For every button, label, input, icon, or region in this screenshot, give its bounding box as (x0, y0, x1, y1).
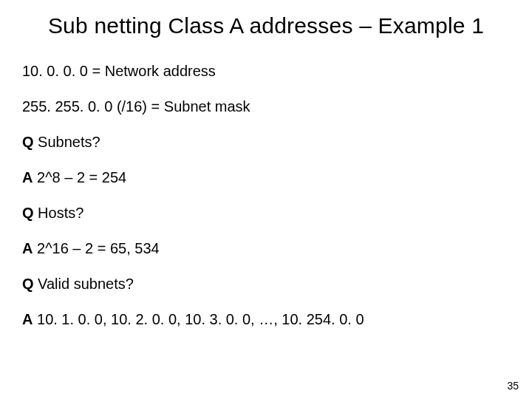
line-a-hosts: A 2^16 – 2 = 65, 534 (22, 239, 510, 257)
line-q-subnets: Q Subnets? (22, 133, 510, 151)
text: 255. 255. 0. 0 (/16) = Subnet mask (22, 98, 250, 115)
text: Hosts? (34, 205, 84, 221)
text: Valid subnets? (34, 276, 134, 292)
label-q: Q (22, 205, 34, 221)
label-q: Q (22, 276, 34, 292)
line-network-address: 10. 0. 0. 0 = Network address (22, 62, 510, 80)
text: 2^8 – 2 = 254 (33, 169, 126, 185)
text: 10. 0. 0. 0 = Network address (22, 63, 216, 79)
slide-title: Sub netting Class A addresses – Example … (0, 13, 532, 38)
label-q: Q (22, 134, 34, 150)
page-number: 35 (507, 380, 519, 392)
label-a: A (22, 240, 33, 256)
line-a-valid-subnets: A 10. 1. 0. 0, 10. 2. 0. 0, 10. 3. 0. 0,… (22, 310, 510, 328)
text: Subnets? (34, 134, 100, 150)
line-subnet-mask: 255. 255. 0. 0 (/16) = Subnet mask (22, 98, 510, 115)
slide: Sub netting Class A addresses – Example … (0, 0, 532, 399)
line-a-subnets: A 2^8 – 2 = 254 (22, 168, 510, 186)
label-a: A (22, 169, 33, 185)
slide-body: 10. 0. 0. 0 = Network address 255. 255. … (22, 62, 510, 346)
text: 10. 1. 0. 0, 10. 2. 0. 0, 10. 3. 0. 0, …… (33, 311, 364, 327)
text: 2^16 – 2 = 65, 534 (33, 240, 159, 256)
line-q-valid-subnets: Q Valid subnets? (22, 275, 510, 293)
label-a: A (22, 311, 33, 327)
line-q-hosts: Q Hosts? (22, 204, 510, 222)
